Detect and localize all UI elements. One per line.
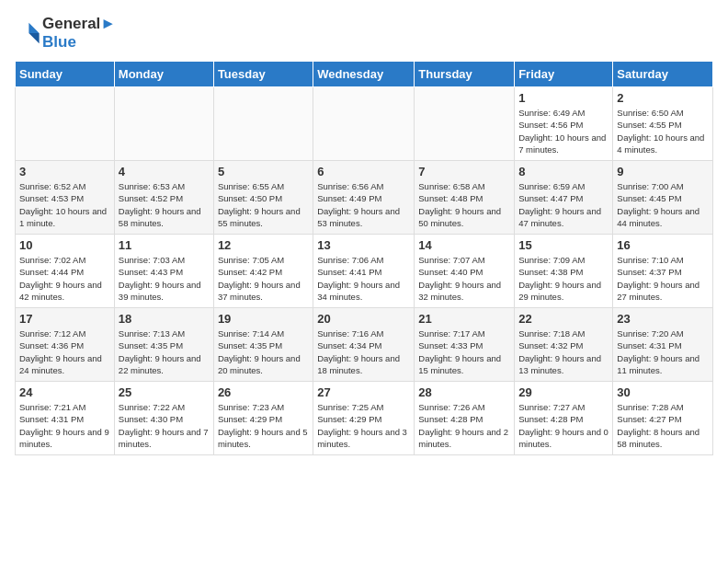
day-number: 21: [418, 312, 510, 326]
day-info: Sunrise: 7:25 AM Sunset: 4:29 PM Dayligh…: [317, 401, 410, 450]
calendar-cell: 26Sunrise: 7:23 AM Sunset: 4:29 PM Dayli…: [213, 382, 313, 455]
calendar-cell: 10Sunrise: 7:02 AM Sunset: 4:44 PM Dayli…: [16, 235, 115, 308]
day-number: 25: [119, 385, 210, 399]
calendar-cell: 7Sunrise: 6:58 AM Sunset: 4:48 PM Daylig…: [415, 161, 515, 235]
weekday-header: Thursday: [415, 62, 515, 87]
calendar-cell: 8Sunrise: 6:59 AM Sunset: 4:47 PM Daylig…: [515, 161, 613, 235]
calendar-cell: 5Sunrise: 6:55 AM Sunset: 4:50 PM Daylig…: [213, 161, 313, 235]
header: General► Blue: [15, 15, 713, 52]
day-number: 26: [218, 385, 309, 399]
calendar-cell: 12Sunrise: 7:05 AM Sunset: 4:42 PM Dayli…: [213, 235, 313, 308]
day-info: Sunrise: 6:50 AM Sunset: 4:55 PM Dayligh…: [617, 107, 709, 155]
calendar-cell: 30Sunrise: 7:28 AM Sunset: 4:27 PM Dayli…: [613, 382, 713, 455]
logo-icon: [15, 20, 40, 46]
calendar-cell: [415, 87, 515, 161]
calendar-cell: 27Sunrise: 7:25 AM Sunset: 4:29 PM Dayli…: [313, 382, 415, 455]
day-number: 6: [317, 165, 410, 178]
calendar-cell: [313, 87, 415, 161]
day-number: 13: [317, 238, 410, 252]
calendar-week-row: 1Sunrise: 6:49 AM Sunset: 4:56 PM Daylig…: [16, 87, 713, 161]
day-info: Sunrise: 7:16 AM Sunset: 4:34 PM Dayligh…: [317, 327, 410, 376]
weekday-header-row: SundayMondayTuesdayWednesdayThursdayFrid…: [16, 62, 713, 87]
calendar-cell: 3Sunrise: 6:52 AM Sunset: 4:53 PM Daylig…: [16, 161, 115, 235]
day-info: Sunrise: 7:18 AM Sunset: 4:32 PM Dayligh…: [518, 327, 609, 376]
day-info: Sunrise: 6:52 AM Sunset: 4:53 PM Dayligh…: [19, 180, 110, 229]
calendar-cell: [114, 87, 213, 161]
day-info: Sunrise: 7:17 AM Sunset: 4:33 PM Dayligh…: [418, 327, 510, 376]
day-number: 19: [218, 312, 309, 326]
calendar-cell: 19Sunrise: 7:14 AM Sunset: 4:35 PM Dayli…: [213, 308, 313, 382]
day-info: Sunrise: 7:26 AM Sunset: 4:28 PM Dayligh…: [418, 401, 510, 450]
day-info: Sunrise: 7:07 AM Sunset: 4:40 PM Dayligh…: [418, 254, 510, 303]
day-info: Sunrise: 7:14 AM Sunset: 4:35 PM Dayligh…: [218, 327, 309, 376]
day-number: 27: [317, 385, 410, 399]
day-number: 16: [617, 238, 709, 252]
calendar-table: SundayMondayTuesdayWednesdayThursdayFrid…: [15, 61, 713, 455]
calendar-cell: 9Sunrise: 7:00 AM Sunset: 4:45 PM Daylig…: [613, 161, 713, 235]
day-number: 4: [119, 165, 210, 178]
day-number: 11: [119, 238, 210, 252]
day-info: Sunrise: 6:59 AM Sunset: 4:47 PM Dayligh…: [518, 180, 609, 229]
weekday-header: Saturday: [613, 62, 713, 87]
calendar-cell: 4Sunrise: 6:53 AM Sunset: 4:52 PM Daylig…: [114, 161, 213, 235]
calendar-cell: 11Sunrise: 7:03 AM Sunset: 4:43 PM Dayli…: [114, 235, 213, 308]
calendar-cell: 13Sunrise: 7:06 AM Sunset: 4:41 PM Dayli…: [313, 235, 415, 308]
calendar-week-row: 3Sunrise: 6:52 AM Sunset: 4:53 PM Daylig…: [16, 161, 713, 235]
calendar-cell: 23Sunrise: 7:20 AM Sunset: 4:31 PM Dayli…: [613, 308, 713, 382]
calendar-cell: 25Sunrise: 7:22 AM Sunset: 4:30 PM Dayli…: [114, 382, 213, 455]
day-number: 2: [617, 91, 709, 105]
day-info: Sunrise: 7:22 AM Sunset: 4:30 PM Dayligh…: [119, 401, 210, 450]
day-info: Sunrise: 7:03 AM Sunset: 4:43 PM Dayligh…: [119, 254, 210, 303]
logo-text: General► Blue: [42, 15, 116, 52]
weekday-header: Tuesday: [213, 62, 313, 87]
calendar-week-row: 10Sunrise: 7:02 AM Sunset: 4:44 PM Dayli…: [16, 235, 713, 308]
day-info: Sunrise: 7:20 AM Sunset: 4:31 PM Dayligh…: [617, 327, 709, 376]
weekday-header: Monday: [114, 62, 213, 87]
day-number: 3: [19, 165, 110, 178]
day-number: 24: [19, 385, 110, 399]
weekday-header: Friday: [515, 62, 613, 87]
calendar-cell: 21Sunrise: 7:17 AM Sunset: 4:33 PM Dayli…: [415, 308, 515, 382]
day-info: Sunrise: 6:58 AM Sunset: 4:48 PM Dayligh…: [418, 180, 510, 229]
day-number: 14: [418, 238, 510, 252]
day-number: 23: [617, 312, 709, 326]
day-number: 30: [617, 385, 709, 399]
day-number: 8: [518, 165, 609, 178]
day-number: 7: [418, 165, 510, 178]
calendar-cell: 24Sunrise: 7:21 AM Sunset: 4:31 PM Dayli…: [16, 382, 115, 455]
calendar-cell: 6Sunrise: 6:56 AM Sunset: 4:49 PM Daylig…: [313, 161, 415, 235]
day-info: Sunrise: 7:13 AM Sunset: 4:35 PM Dayligh…: [119, 327, 210, 376]
day-number: 10: [19, 238, 110, 252]
calendar-cell: 15Sunrise: 7:09 AM Sunset: 4:38 PM Dayli…: [515, 235, 613, 308]
day-number: 1: [518, 91, 609, 105]
day-info: Sunrise: 6:55 AM Sunset: 4:50 PM Dayligh…: [218, 180, 309, 229]
day-info: Sunrise: 7:21 AM Sunset: 4:31 PM Dayligh…: [19, 401, 110, 450]
calendar-cell: 29Sunrise: 7:27 AM Sunset: 4:28 PM Dayli…: [515, 382, 613, 455]
day-number: 9: [617, 165, 709, 178]
day-info: Sunrise: 7:05 AM Sunset: 4:42 PM Dayligh…: [218, 254, 309, 303]
calendar-cell: 28Sunrise: 7:26 AM Sunset: 4:28 PM Dayli…: [415, 382, 515, 455]
calendar-cell: 18Sunrise: 7:13 AM Sunset: 4:35 PM Dayli…: [114, 308, 213, 382]
day-number: 5: [218, 165, 309, 178]
day-info: Sunrise: 7:00 AM Sunset: 4:45 PM Dayligh…: [617, 180, 709, 229]
day-info: Sunrise: 7:06 AM Sunset: 4:41 PM Dayligh…: [317, 254, 410, 303]
logo: General► Blue: [15, 15, 116, 52]
day-number: 15: [518, 238, 609, 252]
calendar-cell: 16Sunrise: 7:10 AM Sunset: 4:37 PM Dayli…: [613, 235, 713, 308]
day-number: 28: [418, 385, 510, 399]
calendar-cell: 20Sunrise: 7:16 AM Sunset: 4:34 PM Dayli…: [313, 308, 415, 382]
day-info: Sunrise: 7:02 AM Sunset: 4:44 PM Dayligh…: [19, 254, 110, 303]
day-info: Sunrise: 6:49 AM Sunset: 4:56 PM Dayligh…: [518, 107, 609, 155]
day-info: Sunrise: 7:09 AM Sunset: 4:38 PM Dayligh…: [518, 254, 609, 303]
day-info: Sunrise: 7:23 AM Sunset: 4:29 PM Dayligh…: [218, 401, 309, 450]
day-number: 12: [218, 238, 309, 252]
day-number: 17: [19, 312, 110, 326]
calendar-cell: 17Sunrise: 7:12 AM Sunset: 4:36 PM Dayli…: [16, 308, 115, 382]
day-number: 18: [119, 312, 210, 326]
day-number: 29: [518, 385, 609, 399]
day-info: Sunrise: 6:53 AM Sunset: 4:52 PM Dayligh…: [119, 180, 210, 229]
day-info: Sunrise: 7:27 AM Sunset: 4:28 PM Dayligh…: [518, 401, 609, 450]
day-info: Sunrise: 7:12 AM Sunset: 4:36 PM Dayligh…: [19, 327, 110, 376]
calendar-week-row: 17Sunrise: 7:12 AM Sunset: 4:36 PM Dayli…: [16, 308, 713, 382]
day-number: 20: [317, 312, 410, 326]
